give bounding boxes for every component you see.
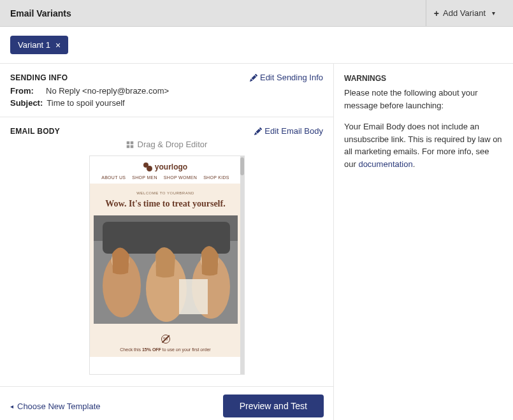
nav-men: SHOP MEN <box>132 175 157 180</box>
warnings-title: WARNINGS <box>344 74 503 83</box>
tab-label: Variant 1 <box>18 40 50 50</box>
svg-rect-3 <box>130 145 133 148</box>
preview-scrollbar[interactable] <box>240 156 244 374</box>
editor-type-text: Drag & Drop Editor <box>138 140 208 149</box>
main-area: SENDING INFO Edit Sending Info From: No … <box>0 63 513 420</box>
caret-left-icon: ◂ <box>10 403 13 410</box>
sending-info-section: SENDING INFO Edit Sending Info From: No … <box>0 64 333 117</box>
section-header: SENDING INFO Edit Sending Info <box>10 73 323 82</box>
add-variant-button[interactable]: + Add Variant ▾ <box>426 0 503 26</box>
preview-content: yourlogo ABOUT US SHOP MEN SHOP WOMEN SH… <box>90 156 242 374</box>
editor-type-label: Drag & Drop Editor <box>10 140 323 149</box>
preview-hero-image <box>94 215 238 324</box>
email-body-title: EMAIL BODY <box>10 127 60 136</box>
warnings-intro: Please note the following about your mes… <box>344 87 503 112</box>
preview-promo: % Check this 15% OFF to use on your firs… <box>90 324 242 357</box>
email-preview-frame[interactable]: yourlogo ABOUT US SHOP MEN SHOP WOMEN SH… <box>89 156 245 375</box>
svg-rect-2 <box>126 145 129 148</box>
plus-icon: + <box>434 8 439 18</box>
svg-rect-13 <box>179 279 208 314</box>
preview-headline: Wow. It's time to treat yourself. <box>94 199 238 209</box>
section-header: EMAIL BODY Edit Email Body <box>10 126 323 136</box>
promo-suffix: to use on your first order <box>161 347 211 352</box>
grid-icon <box>126 141 134 148</box>
scrollbar-thumb[interactable] <box>240 157 244 175</box>
preview-hero: WELCOME TO YOURBRAND Wow. It's time to t… <box>90 184 242 324</box>
variant-tabs: Variant 1 × <box>0 27 513 63</box>
subject-value: Time to spoil yourself <box>47 98 124 108</box>
sending-info-title: SENDING INFO <box>10 73 68 82</box>
edit-email-body-label: Edit Email Body <box>264 126 323 136</box>
preview-and-test-button[interactable]: Preview and Test <box>223 395 324 417</box>
close-icon[interactable]: × <box>55 41 61 50</box>
documentation-link[interactable]: documentation <box>358 159 412 169</box>
from-label: From: <box>10 86 42 96</box>
preview-nav: ABOUT US SHOP MEN SHOP WOMEN SHOP KIDS <box>94 175 238 180</box>
nav-about: ABOUT US <box>101 175 126 180</box>
nav-kids: SHOP KIDS <box>203 175 229 180</box>
warnings-body-suffix: . <box>413 159 415 169</box>
right-column: WARNINGS Please note the following about… <box>334 64 513 420</box>
subject-label: Subject: <box>10 98 43 108</box>
preview-header: yourlogo ABOUT US SHOP MEN SHOP WOMEN SH… <box>90 156 242 184</box>
edit-sending-info-label: Edit Sending Info <box>260 73 323 82</box>
svg-rect-1 <box>130 141 133 144</box>
chevron-down-icon: ▾ <box>492 10 495 17</box>
warnings-body: Your Email Body does not include an unsu… <box>344 120 503 170</box>
edit-sending-info-link[interactable]: Edit Sending Info <box>250 73 323 82</box>
subject-row: Subject: Time to spoil yourself <box>10 98 323 108</box>
logo-icon <box>143 163 152 171</box>
discount-icon: % <box>161 335 170 344</box>
footer-bar: ◂ Choose New Template Preview and Test <box>0 386 334 420</box>
preview-welcome: WELCOME TO YOURBRAND <box>94 191 238 195</box>
from-row: From: No Reply <no-reply@braze.com> <box>10 86 323 96</box>
choose-template-label: Choose New Template <box>17 402 101 411</box>
svg-rect-0 <box>126 141 129 144</box>
promo-bold: 15% OFF <box>142 347 161 352</box>
logo-text: yourlogo <box>155 163 187 171</box>
header-bar: Email Variants + Add Variant ▾ <box>0 0 513 27</box>
edit-email-body-link[interactable]: Edit Email Body <box>254 126 323 136</box>
add-variant-label: Add Variant <box>443 8 486 18</box>
pencil-icon <box>250 74 257 82</box>
tab-variant-1[interactable]: Variant 1 × <box>10 36 68 54</box>
from-value: No Reply <no-reply@braze.com> <box>46 86 169 96</box>
left-column: SENDING INFO Edit Sending Info From: No … <box>0 64 334 420</box>
nav-women: SHOP WOMEN <box>164 175 197 180</box>
preview-logo: yourlogo <box>94 163 238 171</box>
choose-template-link[interactable]: ◂ Choose New Template <box>10 402 101 411</box>
promo-text: Check this 15% OFF to use on your first … <box>95 347 236 352</box>
pencil-icon <box>254 127 262 135</box>
page-title: Email Variants <box>10 8 71 18</box>
email-body-section: EMAIL BODY Edit Email Body Drag & Drop E… <box>0 117 333 386</box>
promo-prefix: Check this <box>120 347 142 352</box>
